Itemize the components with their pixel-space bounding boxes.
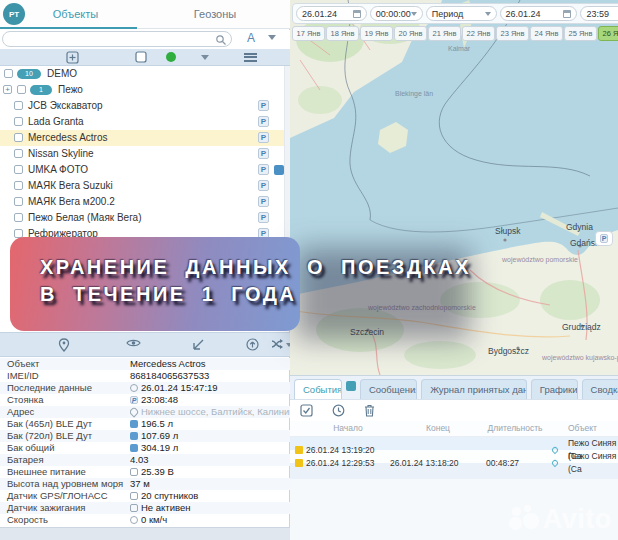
watch-eye-icon[interactable] [126,338,141,348]
group-row-demo[interactable]: 10 DEMO [0,66,290,82]
tab-events[interactable]: События [294,379,342,399]
calendar-icon [563,10,571,18]
detail-value: 20 спутников [141,490,198,502]
checkbox[interactable] [14,213,23,222]
routes-icon[interactable] [270,338,285,350]
map-label: województwo kujawsko-pomorskie [542,354,618,361]
day-button[interactable]: 25 Янв [564,26,597,41]
locate-pin-icon[interactable] [58,338,70,352]
checkbox[interactable] [4,69,13,78]
checkbox[interactable] [17,85,26,94]
tab-geozones[interactable]: Геозоны [165,0,265,28]
search-icon [215,34,227,46]
active-tab-underline [0,27,137,29]
expand-icon[interactable]: + [3,85,12,94]
event-row[interactable]: 26.01.24 13:19:20 Пежо Синяя (Са [290,437,618,450]
history-clock-icon[interactable] [332,404,345,417]
vehicle-label[interactable]: JCB Экскаватор [28,98,103,114]
add-object-button[interactable] [64,50,80,64]
detail-row: Высота над уровнем моря37 м [0,478,290,490]
track-arrow-icon[interactable] [191,338,205,351]
group-label[interactable]: DEMO [47,66,77,82]
tab-pin-icon[interactable] [346,381,356,391]
vehicle-row-selected[interactable]: Mercedess Actros P [0,130,290,146]
parking-badge: P [258,100,269,111]
date-from-field[interactable]: 26.01.24 [296,6,367,21]
detail-row: IMEI/ID868184065637533 [0,370,290,382]
col-end: Конец [390,422,486,435]
checkbox[interactable] [14,133,23,142]
group-label[interactable]: Пежо [58,82,83,98]
checkbox[interactable] [14,197,23,206]
day-button[interactable]: 21 Янв [428,26,461,41]
checkbox[interactable] [14,101,23,110]
day-button[interactable]: 19 Янв [360,26,393,41]
detail-value: 304.19 л [141,442,178,454]
checkbox[interactable] [14,149,23,158]
checkbox[interactable] [14,165,23,174]
vehicle-row[interactable]: МАЯК Вега м200.2 P [0,194,290,210]
send-command-icon[interactable] [246,338,259,351]
time-from-field[interactable]: 00:00:00 [370,6,423,21]
day-button[interactable]: 17 Янв [292,26,325,41]
parking-badge: P [258,196,269,207]
status-filter-dot[interactable] [163,50,179,64]
vehicle-label[interactable]: Пежо Белая (Маяк Вега) [28,210,142,226]
detail-value: 107.69 л [141,430,178,442]
day-button[interactable]: 23 Янв [496,26,529,41]
time-to-field[interactable]: 23:59 [580,6,618,21]
detail-row: Скорость0 км/ч [0,514,290,526]
font-size-button[interactable]: A [243,31,259,45]
vehicle-row[interactable]: МАЯК Вега Suzuki P [0,178,290,194]
vehicle-label[interactable]: Nissan Skyline [28,146,94,162]
date-to-field[interactable]: 26.01.24 [500,6,578,21]
clock-icon [130,384,138,392]
search-input[interactable] [2,31,232,47]
chevron-down-icon [411,12,417,16]
avito-watermark: Avito [509,504,612,535]
event-end: 26.01.24 13:18:20 [390,457,486,470]
map-label: Bydgoszcz [488,346,529,356]
promo-banner-text: ХРАНЕНИЕ ДАННЫХ О ПОЕЗДКАХ В ТЕЧЕНИЕ 1 Г… [40,254,580,308]
vehicle-label[interactable]: Mercedess Actros [28,130,107,146]
vehicle-row[interactable]: Lada Granta P [0,114,290,130]
vehicle-label[interactable]: UMKA ФОТО [28,162,88,178]
filter-chevron-icon[interactable] [197,50,213,64]
tab-charts[interactable]: Графики [531,379,578,399]
vehicle-label[interactable]: МАЯК Вега Suzuki [28,178,113,194]
detail-value: Mercedess Actros [130,358,290,370]
vehicle-row[interactable]: UMKA ФОТО P [0,162,290,178]
day-button[interactable]: 22 Янв [462,26,495,41]
list-view-icon[interactable] [242,50,258,64]
vehicle-row[interactable]: JCB Экскаватор P [0,98,290,114]
banner-line2: В ТЕЧЕНИЕ 1 ГОДА [40,281,580,308]
chevron-down-icon[interactable] [268,35,276,40]
group-row-pejo[interactable]: + 1 Пежо [0,82,290,98]
tab-objects[interactable]: Объекты [28,0,123,28]
vehicle-label[interactable]: МАЯК Вега м200.2 [28,194,115,210]
vehicle-row[interactable]: Пежо Белая (Маяк Вега) P [0,210,290,226]
day-button[interactable]: 20 Янв [394,26,427,41]
period-select[interactable]: Период [426,6,497,21]
day-button[interactable]: 18 Янв [326,26,359,41]
day-button[interactable]: 24 Янв [530,26,563,41]
parking-badge: P [258,164,269,175]
group-count-badge: 1 [30,85,52,95]
tab-summary[interactable]: Сводка [582,379,618,399]
detail-row: Бак (720л) BLE Дут107.69 л [0,430,290,442]
event-start: 26.01.24 12:29:53 [306,457,390,470]
map-parking-marker[interactable]: P [595,231,613,246]
delete-icon[interactable] [364,404,375,417]
checkbox[interactable] [14,117,23,126]
vehicle-label[interactable]: Lada Granta [28,114,84,130]
map-label: Kalmar [448,45,470,52]
select-all-checkbox[interactable] [133,50,149,64]
checkbox[interactable] [14,181,23,190]
vehicle-row[interactable]: Nissan Skyline P [0,146,290,162]
location-pin-icon[interactable] [551,459,559,467]
day-button-active[interactable]: 26 Янв [598,26,618,41]
tab-data-log[interactable]: Журнал принятых данных [421,379,527,399]
address-pin-icon [130,406,140,417]
tab-messages[interactable]: Сообщения [360,379,417,399]
select-events-checkbox[interactable] [300,404,313,417]
